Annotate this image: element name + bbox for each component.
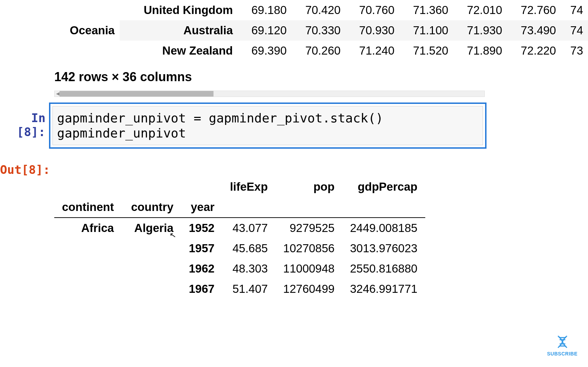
value-cell: 73.490	[507, 20, 561, 41]
value-cell: 70.760	[345, 0, 399, 20]
value-cell: 71.360	[399, 0, 453, 20]
value-cell: 70.260	[292, 41, 345, 61]
value-cell: 9279525	[275, 218, 342, 238]
value-cell: 73	[561, 41, 588, 61]
value-cell: 71.930	[453, 20, 507, 41]
index-cell	[121, 238, 181, 259]
country-index-cell: United Kingdom	[120, 0, 238, 20]
value-cell: 12760499	[275, 279, 342, 299]
output-cell-row: Out[8]:	[0, 154, 588, 177]
value-cell: 74	[561, 20, 588, 41]
index-header: year	[181, 197, 222, 218]
index-cell	[54, 279, 121, 299]
index-cell	[54, 238, 121, 259]
index-header	[222, 197, 275, 218]
index-header: continent	[54, 197, 121, 218]
value-cell: 74	[561, 0, 588, 20]
input-prompt: In [8]:	[0, 103, 49, 139]
dataframe-shape-text: 142 rows × 36 columns	[54, 61, 588, 88]
country-index-cell: Australia	[120, 20, 238, 41]
index-header	[275, 197, 342, 218]
value-cell: 45.685	[222, 238, 275, 259]
column-header	[121, 177, 181, 197]
value-cell: 72.760	[507, 0, 561, 20]
value-cell: 2449.008185	[342, 218, 425, 238]
index-cell: 1962	[181, 259, 222, 279]
value-cell: 71.100	[399, 20, 453, 41]
value-cell: 43.077	[222, 218, 275, 238]
index-cell	[121, 259, 181, 279]
continent-index-cell: Oceania	[54, 20, 120, 41]
value-cell: 11000948	[275, 259, 342, 279]
value-cell: 10270856	[275, 238, 342, 259]
column-header: gdpPercap	[342, 177, 425, 197]
index-cell: 1957	[181, 238, 222, 259]
value-cell: 48.303	[222, 259, 275, 279]
continent-index-cell	[54, 41, 120, 61]
code-line-1: gapminder_unpivot = gapminder_pivot.stac…	[57, 111, 383, 125]
top-output-table: United Kingdom69.18070.42070.76071.36072…	[54, 0, 588, 61]
table-row: 196248.303110009482550.816880	[54, 259, 425, 279]
column-header: pop	[275, 177, 342, 197]
table-row: United Kingdom69.18070.42070.76071.36072…	[54, 0, 588, 20]
table-row: New Zealand69.39070.26071.24071.52071.89…	[54, 41, 588, 61]
column-header	[181, 177, 222, 197]
column-header: lifeExp	[222, 177, 275, 197]
index-cell: Africa	[54, 218, 121, 238]
value-cell: 70.930	[345, 20, 399, 41]
scrollbar-thumb[interactable]	[59, 91, 214, 97]
table-row: 195745.685102708563013.976023	[54, 238, 425, 259]
value-cell: 51.407	[222, 279, 275, 299]
value-cell: 71.520	[399, 41, 453, 61]
value-cell: 72.220	[507, 41, 561, 61]
index-header: country	[121, 197, 181, 218]
index-cell: 1952	[181, 218, 222, 238]
value-cell: 72.010	[453, 0, 507, 20]
code-line-2: gapminder_unpivot	[57, 126, 186, 140]
input-cell-row: In [8]: gapminder_unpivot = gapminder_pi…	[0, 103, 588, 149]
value-cell: 70.330	[292, 20, 345, 41]
value-cell: 69.390	[238, 41, 292, 61]
output-table-wrap: lifeExppopgdpPercap continentcountryyear…	[54, 177, 588, 299]
country-index-cell: New Zealand	[120, 41, 238, 61]
table-row: 196751.407127604993246.991771	[54, 279, 425, 299]
horizontal-scrollbar[interactable]: ◄	[54, 91, 485, 97]
continent-index-cell	[54, 0, 120, 20]
value-cell: 71.890	[453, 41, 507, 61]
value-cell: 2550.816880	[342, 259, 425, 279]
column-header	[54, 177, 121, 197]
notebook-view: United Kingdom69.18070.42070.76071.36072…	[0, 0, 588, 299]
value-cell: 3246.991771	[342, 279, 425, 299]
value-cell: 70.420	[292, 0, 345, 20]
code-editor[interactable]: gapminder_unpivot = gapminder_pivot.stac…	[52, 106, 483, 145]
subscribe-label: SUBSCRIBE	[547, 351, 578, 357]
value-cell: 71.240	[345, 41, 399, 61]
table-row: AfricaAlgeria195243.07792795252449.00818…	[54, 218, 425, 238]
index-cell	[121, 279, 181, 299]
table-row: OceaniaAustralia69.12070.33070.93071.100…	[54, 20, 588, 41]
output-prompt: Out[8]:	[0, 154, 49, 177]
top-output-table-wrap: United Kingdom69.18070.42070.76071.36072…	[54, 0, 588, 97]
value-cell: 69.120	[238, 20, 292, 41]
index-cell	[54, 259, 121, 279]
code-cell-selected[interactable]: gapminder_unpivot = gapminder_pivot.stac…	[49, 103, 486, 149]
output-table: lifeExppopgdpPercap continentcountryyear…	[54, 177, 425, 299]
subscribe-badge[interactable]: SUBSCRIBE	[547, 334, 578, 357]
index-cell: 1967	[181, 279, 222, 299]
value-cell: 69.180	[238, 0, 292, 20]
value-cell: 3013.976023	[342, 238, 425, 259]
index-header	[342, 197, 425, 218]
dna-icon	[555, 334, 570, 350]
